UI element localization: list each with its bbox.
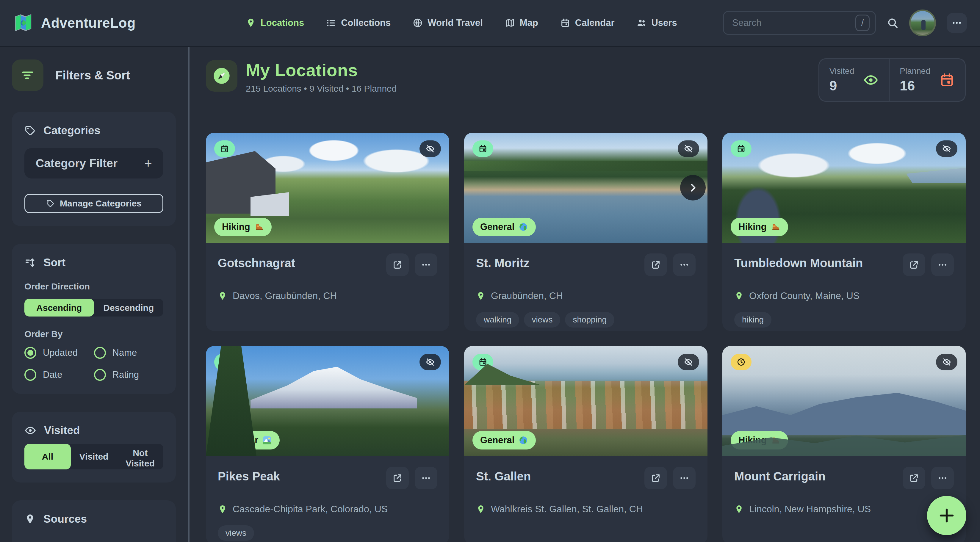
- eye-icon: [863, 72, 878, 88]
- card-more-button[interactable]: [415, 467, 438, 490]
- sidebar-title: Filters & Sort: [55, 69, 130, 82]
- eye-off-icon: [942, 144, 951, 154]
- card-more-button[interactable]: [931, 253, 954, 276]
- calendar-icon: [939, 72, 955, 88]
- filters-sidebar: Filters & Sort Categories Category Filte…: [0, 47, 189, 542]
- ellipsis-icon: [937, 260, 948, 270]
- tag: walking: [476, 312, 519, 327]
- sort-icon: [24, 257, 36, 268]
- visit-status-icon: [479, 358, 487, 367]
- card-title: Mount Carrigain: [734, 470, 826, 483]
- radio-rating[interactable]: Rating: [94, 369, 164, 381]
- visit-status-icon: [220, 358, 229, 367]
- open-location-button[interactable]: [386, 253, 409, 276]
- nav-label: World Travel: [428, 17, 483, 28]
- nav-item-world-travel[interactable]: World Travel: [413, 17, 483, 28]
- open-location-button[interactable]: [644, 467, 667, 490]
- card-more-button[interactable]: [673, 253, 695, 276]
- card-location: Graubünden, CH: [476, 290, 695, 301]
- eye-off-icon: [425, 144, 435, 154]
- category-badge-icon: [262, 436, 272, 445]
- tag: views: [524, 312, 560, 327]
- search-button[interactable]: [886, 17, 899, 29]
- open-location-button[interactable]: [644, 253, 667, 276]
- card-location: Lincoln, New Hampshire, US: [734, 504, 954, 515]
- nav-item-collections[interactable]: Collections: [326, 17, 391, 28]
- location-card[interactable]: Outdoor Pikes Peak Cascade-Chipita Park,: [206, 346, 449, 542]
- category-badge: Hiking: [731, 431, 788, 450]
- sort-section: Sort Order Direction Ascending Descendin…: [12, 244, 176, 394]
- map-pin-icon: [476, 504, 485, 514]
- location-card[interactable]: General St. Gallen Wahlkreis St. Gallen,: [464, 346, 708, 542]
- stat-label: Planned: [900, 66, 930, 76]
- location-card[interactable]: Hiking Gotschnagrat Davos, Graubünden, C: [206, 133, 449, 331]
- globe-icon: [413, 18, 423, 28]
- nav-label: Calendar: [575, 17, 615, 28]
- descending-button[interactable]: Descending: [94, 299, 164, 316]
- radio-label: Updated: [43, 348, 78, 358]
- radio-date[interactable]: Date: [24, 369, 94, 381]
- include-collection-locations-checkbox[interactable]: Include Collection Locations: [24, 540, 163, 542]
- avatar[interactable]: [909, 10, 936, 36]
- open-location-button[interactable]: [903, 467, 925, 490]
- search-shortcut-kbd: /: [855, 14, 870, 31]
- sources-title: Sources: [43, 513, 87, 525]
- open-location-button[interactable]: [903, 253, 925, 276]
- card-body: Pikes Peak Cascade-Chipita Park, Colorad…: [206, 456, 449, 542]
- category-filter-toggle[interactable]: Category Filter +: [24, 148, 163, 178]
- card-title: Gotschnagrat: [218, 256, 295, 270]
- map-icon: [505, 18, 515, 28]
- order-direction-toggle: Ascending Descending: [24, 299, 163, 316]
- location-photo: General: [464, 346, 708, 456]
- tag-list: walkingviewsshopping: [476, 312, 695, 327]
- eye-off-icon: [684, 144, 693, 154]
- visited-visited-button[interactable]: Visited: [71, 444, 117, 469]
- tag: hiking: [734, 312, 772, 327]
- external-link-icon: [392, 473, 402, 483]
- next-image-button[interactable]: [680, 175, 706, 200]
- radio-icon: [94, 369, 106, 381]
- tag: views: [218, 525, 254, 541]
- open-location-button[interactable]: [386, 467, 409, 490]
- map-pin-icon: [218, 291, 227, 301]
- external-link-icon: [392, 260, 402, 270]
- card-location-text: Cascade-Chipita Park, Colorado, US: [233, 504, 388, 515]
- card-more-button[interactable]: [931, 467, 954, 490]
- category-badge-icon: [519, 436, 528, 445]
- chevron-right-icon: [687, 182, 698, 193]
- overflow-menu-button[interactable]: [947, 13, 967, 33]
- add-location-button[interactable]: [927, 496, 966, 535]
- map-pin-icon: [476, 291, 485, 301]
- main-nav: Locations Collections World Travel Map C…: [246, 17, 677, 28]
- ellipsis-icon: [679, 473, 689, 483]
- location-card[interactable]: Hiking Tumbledown Mountain Oxford County: [722, 133, 966, 331]
- visited-not-visited-button[interactable]: Not Visited: [117, 444, 163, 469]
- location-card[interactable]: General St. Moritz Graubünden, CH: [464, 133, 708, 331]
- nav-item-map[interactable]: Map: [505, 17, 538, 28]
- app-title: AdventureLog: [41, 15, 136, 31]
- external-link-icon: [909, 260, 919, 270]
- location-photo: Hiking: [722, 133, 966, 243]
- nav-item-locations[interactable]: Locations: [246, 17, 304, 28]
- card-more-button[interactable]: [415, 253, 438, 276]
- card-title: St. Gallen: [476, 470, 531, 483]
- sort-title: Sort: [43, 256, 65, 269]
- category-badge-label: Outdoor: [222, 435, 258, 446]
- location-photo: Hiking: [206, 133, 449, 243]
- card-more-button[interactable]: [673, 467, 695, 490]
- category-badge-label: General: [480, 222, 514, 232]
- category-badge-label: Hiking: [738, 435, 767, 446]
- radio-updated[interactable]: Updated: [24, 347, 94, 359]
- location-photo: Hiking: [722, 346, 966, 456]
- manage-categories-button[interactable]: Manage Categories: [24, 194, 163, 213]
- card-location: Davos, Graubünden, CH: [218, 290, 438, 301]
- visit-status-badge: [214, 354, 235, 370]
- ascending-button[interactable]: Ascending: [24, 299, 94, 316]
- brand[interactable]: AdventureLog: [13, 13, 136, 33]
- visited-all-button[interactable]: All: [24, 444, 71, 469]
- radio-icon: [94, 347, 106, 359]
- search-input[interactable]: [732, 17, 855, 28]
- nav-item-calendar[interactable]: Calendar: [560, 17, 615, 28]
- radio-name[interactable]: Name: [94, 347, 164, 359]
- nav-item-users[interactable]: Users: [636, 17, 677, 28]
